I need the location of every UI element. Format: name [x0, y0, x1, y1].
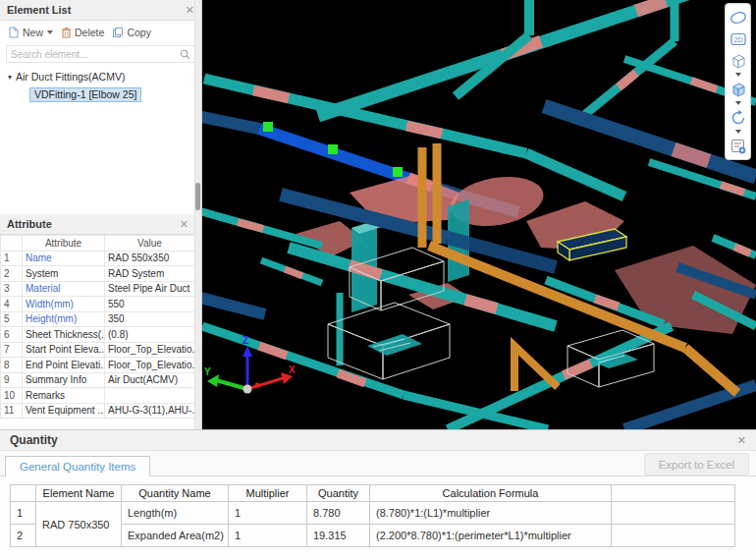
- attribute-col-header: Attribute: [23, 236, 105, 252]
- axis-z-label: Z: [243, 335, 248, 346]
- col-header-multiplier: Multiplier: [229, 485, 307, 502]
- new-dropdown-caret-icon[interactable]: [47, 30, 53, 34]
- view-toolbar: 2D: [725, 3, 751, 160]
- table-row[interactable]: 3 Material Steel Pipe Air Duct: [1, 281, 195, 297]
- search-box: [6, 45, 195, 63]
- axis-x-label: X: [289, 364, 296, 375]
- element-list-header: Element List ✕: [0, 0, 201, 21]
- tree-item-vdfitting[interactable]: VDFitting-1 [Elbow 25]: [29, 86, 201, 102]
- quantity-panel-title: Quantity: [10, 433, 58, 447]
- view-3d-wireframe-icon[interactable]: [729, 51, 748, 71]
- export-to-excel-button[interactable]: Export to Excel: [644, 453, 749, 476]
- view-settings-icon[interactable]: [729, 137, 748, 156]
- tree-group-air-duct-fittings[interactable]: ▾ Air Duct Fittings(ACMV): [8, 69, 201, 84]
- element-list-toolbar: New Delete Copy: [0, 21, 201, 43]
- col-header-element-name: Element Name: [36, 485, 122, 502]
- svg-text:2D: 2D: [733, 36, 742, 43]
- viewport-3d-scene[interactable]: Z X Y: [202, 0, 756, 429]
- chevron-down-icon[interactable]: [735, 130, 741, 134]
- copy-button-label: Copy: [127, 27, 151, 38]
- quantity-table: Element Name Quantity Name Multiplier Qu…: [10, 484, 735, 547]
- table-row[interactable]: 6 Sheet Thickness(... (0.8): [1, 327, 195, 343]
- table-row[interactable]: 9 Summary Info Air Duct(ACMV): [1, 372, 195, 388]
- col-header-quantity: Quantity: [307, 485, 370, 502]
- close-icon[interactable]: ✕: [737, 435, 746, 446]
- quantity-table-header-row: Element Name Quantity Name Multiplier Qu…: [11, 485, 735, 502]
- left-panel-scrollbar[interactable]: [194, 0, 201, 429]
- element-name-cell[interactable]: RAD 750x350: [36, 502, 122, 547]
- col-header-quantity-name: Quantity Name: [122, 485, 229, 502]
- view-2d-icon[interactable]: 2D: [729, 29, 748, 49]
- delete-button[interactable]: Delete: [59, 26, 106, 39]
- new-document-icon: [8, 27, 20, 38]
- trash-icon: [61, 27, 72, 38]
- new-button[interactable]: New: [6, 26, 55, 39]
- table-row[interactable]: 11 Vent Equipment ... AHU-G-3(11),AHU-..…: [1, 403, 195, 419]
- quantity-panel: Quantity ✕ General Quantity Items Export…: [0, 429, 756, 560]
- axis-y-label: Y: [204, 366, 211, 377]
- copy-button[interactable]: Copy: [110, 26, 153, 39]
- attribute-panel: Attribute ✕ Attribute Value 1 Name RAD 5…: [0, 214, 195, 419]
- close-icon[interactable]: ✕: [186, 5, 194, 16]
- orbit-icon[interactable]: [729, 8, 748, 28]
- col-header-formula: Calculation Formula: [370, 485, 612, 502]
- table-row[interactable]: 10 Remarks: [1, 388, 195, 404]
- selection-grip[interactable]: [393, 167, 403, 177]
- table-row[interactable]: 1 RAD 750x350 Length(m) 1 8.780 (8.780)*…: [11, 502, 735, 525]
- selection-grip[interactable]: [263, 122, 273, 132]
- delete-button-label: Delete: [75, 27, 104, 38]
- copy-icon: [112, 27, 124, 38]
- chevron-down-icon[interactable]: [735, 73, 741, 77]
- attribute-panel-header: Attribute ✕: [0, 214, 195, 235]
- tree-group-label: Air Duct Fittings(ACMV): [16, 71, 125, 83]
- table-row[interactable]: 8 End Point Elevati... Floor_Top_Elevati…: [1, 358, 195, 373]
- element-tree: ▾ Air Duct Fittings(ACMV) VDFitting-1 [E…: [0, 67, 201, 102]
- scrollbar-thumb[interactable]: [195, 183, 200, 210]
- tree-expander-icon[interactable]: ▾: [8, 73, 12, 82]
- viewport-3d[interactable]: Z X Y 2D: [202, 0, 756, 429]
- table-row[interactable]: 7 Start Point Eleva... Floor_Top_Elevati…: [1, 342, 195, 358]
- chevron-down-icon[interactable]: [735, 101, 741, 105]
- attribute-table: Attribute Value 1 Name RAD 550x350 2 Sys…: [0, 235, 195, 419]
- left-panel-column: Element List ✕ New Delete: [0, 0, 202, 429]
- tab-general-quantity-items[interactable]: General Quantity Items: [5, 456, 150, 476]
- attribute-table-header-row: Attribute Value: [1, 236, 195, 252]
- table-row[interactable]: 4 Width(mm) 550: [1, 297, 195, 312]
- search-input[interactable]: [11, 49, 180, 60]
- value-col-header: Value: [105, 236, 195, 252]
- element-list-title: Element List: [7, 4, 71, 16]
- quantity-panel-header: Quantity ✕: [0, 430, 756, 451]
- table-row[interactable]: 5 Height(mm) 350: [1, 311, 195, 327]
- rotate-view-icon[interactable]: [729, 108, 748, 128]
- tree-item-selected-label: VDFitting-1 [Elbow 25]: [29, 87, 141, 102]
- selection-grip[interactable]: [328, 144, 338, 154]
- view-3d-shaded-icon[interactable]: [729, 80, 748, 99]
- search-icon[interactable]: [180, 49, 190, 60]
- table-row[interactable]: 2 System RAD System: [1, 266, 195, 282]
- quantity-tabbar: General Quantity Items Export to Excel: [0, 451, 756, 476]
- close-icon[interactable]: ✕: [180, 219, 189, 230]
- new-button-label: New: [23, 27, 43, 38]
- attribute-panel-title: Attribute: [7, 218, 52, 230]
- table-row[interactable]: 1 Name RAD 550x350: [1, 251, 195, 266]
